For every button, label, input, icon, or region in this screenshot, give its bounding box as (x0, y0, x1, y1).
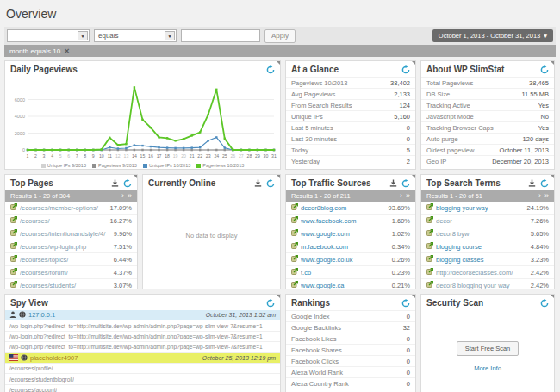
item-link[interactable]: blogging course (436, 243, 528, 251)
spy-page-row: /wp-login.php?redirect_to=http://multisi… (5, 320, 280, 331)
next-page-icon[interactable]: › (538, 192, 541, 200)
item-link[interactable]: decor8 byw (436, 230, 528, 238)
stat-row: Alexa Country Rank0 (286, 377, 415, 389)
stat-value: 124 (399, 102, 410, 109)
apply-button[interactable]: Apply (264, 29, 296, 43)
item-link[interactable]: /ecourses/wp-login.php (20, 243, 111, 251)
download-icon[interactable] (254, 179, 262, 187)
item-link[interactable]: http://decor8eclasses.com/ (436, 269, 528, 277)
stat-label: Last 5 minutes (291, 124, 333, 132)
legend-item: Unique IPs 9/2013 (41, 163, 86, 168)
item-link[interactable]: decor (436, 217, 528, 225)
list-item: www.google.ca0.21% (286, 279, 415, 289)
list-item: http://decor8eclasses.com/2.42% (421, 266, 554, 279)
download-icon[interactable] (111, 179, 119, 187)
stat-value: 32 (403, 324, 410, 332)
item-percentage: 16.27% (110, 217, 132, 225)
active-filter-bar: month equals 10 ✕ (4, 45, 556, 57)
item-link[interactable]: www.google.com (301, 230, 389, 238)
stat-label: Total Pageviews (426, 79, 473, 87)
svg-text:24: 24 (214, 153, 219, 159)
panel-rankings: Rankings Google Index0Google Backlinks32… (285, 294, 416, 392)
external-link-icon (291, 268, 298, 277)
stat-value: 0 (407, 380, 410, 388)
svg-text:19: 19 (173, 153, 178, 159)
item-link[interactable]: decor8 blogging your way (436, 282, 528, 289)
download-icon[interactable] (389, 179, 397, 187)
refresh-icon[interactable] (540, 179, 549, 188)
stat-label: Facebook Shares (291, 346, 342, 354)
stat-label: Tracking Browser Caps (426, 124, 494, 132)
panel-header: Rankings (286, 295, 415, 310)
filter-field-select[interactable]: ▼ (7, 29, 90, 42)
last-page-icon[interactable]: » (128, 192, 132, 200)
panel-header: Daily Pageviews (5, 61, 280, 77)
list-item: blogging your way24.19% (421, 202, 554, 215)
filter-operator-value: equals (95, 32, 119, 40)
refresh-icon[interactable] (401, 299, 410, 308)
item-link[interactable]: www.google.co.uk (301, 256, 389, 264)
stat-row: Google Index0 (286, 310, 415, 321)
svg-text:23: 23 (206, 153, 211, 159)
item-link[interactable]: /ecourses/students/ (20, 282, 111, 289)
item-link[interactable]: /ecourses/intentionandstyle/4/ (20, 230, 111, 238)
item-link[interactable]: www.google.ca (301, 282, 389, 289)
panel-top-traffic-sources: Top Traffic Sources Results 1 - 20 of 21… (285, 174, 416, 289)
refresh-icon[interactable] (540, 299, 549, 308)
visitor-link[interactable]: 127.0.0.1 (28, 311, 55, 319)
item-link[interactable]: /ecourses/forum/ (20, 269, 111, 277)
spy-view-list: 127.0.0.1October 31, 2013 1:52 am/wp-log… (5, 310, 280, 392)
stat-label: From Search Results (291, 102, 352, 109)
stat-row: DB Size11.55 MB (421, 88, 554, 99)
filter-operator-select[interactable]: equals ▼ (94, 29, 177, 42)
next-page-icon[interactable]: › (121, 192, 124, 200)
item-link[interactable]: blogging your way (436, 204, 525, 212)
refresh-icon[interactable] (266, 299, 275, 308)
spy-page-row: /ecourses/account/ (5, 385, 280, 392)
item-link[interactable]: /ecourses/ (20, 217, 108, 225)
refresh-icon[interactable] (401, 179, 410, 188)
spy-page-row: /ecourses/profile/ (5, 364, 280, 374)
list-item: decor8blog.com93.69% (286, 202, 415, 215)
external-link-icon (426, 268, 433, 277)
stat-row: Alexa Popularity0 (286, 389, 415, 392)
stat-row: Google Backlinks32 (286, 321, 415, 333)
last-page-icon[interactable]: » (544, 192, 549, 200)
start-free-scan-button[interactable]: Start Free Scan (457, 341, 520, 356)
refresh-icon[interactable] (266, 179, 275, 188)
item-link[interactable]: m.facebook.com (301, 243, 389, 251)
stat-label: Google Index (291, 313, 330, 320)
item-link[interactable]: blogging classes (436, 256, 528, 264)
stat-row: Auto purge120 days (421, 133, 554, 144)
list-item: www.facebook.com1.60% (286, 215, 415, 227)
remove-filter-icon[interactable]: ✕ (64, 47, 70, 55)
item-link[interactable]: t.co (301, 269, 389, 277)
item-link[interactable]: decor8blog.com (301, 204, 386, 212)
panel-title: Spy View (10, 298, 48, 308)
svg-text:6000: 6000 (15, 97, 25, 103)
list-item: www.google.com1.02% (286, 227, 415, 240)
refresh-icon[interactable] (123, 179, 132, 188)
item-link[interactable]: www.facebook.com (301, 217, 389, 225)
svg-text:30: 30 (264, 153, 269, 159)
visitor-link[interactable]: placeholder4907 (30, 354, 78, 362)
list-item: /ecourses/forum/4.37% (5, 266, 137, 279)
filter-value-input[interactable] (181, 29, 260, 42)
last-page-icon[interactable]: » (406, 192, 410, 200)
download-icon[interactable] (528, 179, 536, 187)
refresh-icon[interactable] (266, 65, 275, 74)
more-info-link[interactable]: More Info (421, 364, 554, 372)
stat-row: Unique IPs5,160 (286, 110, 415, 121)
item-link[interactable]: /ecourses/topics/ (20, 256, 111, 264)
refresh-icon[interactable] (401, 65, 410, 74)
refresh-icon[interactable] (540, 65, 549, 74)
stat-value: 0 (407, 369, 410, 376)
item-percentage: 0.23% (392, 269, 410, 277)
visited-url: /wp-login.php?redirect_to=http://multisi… (9, 323, 263, 329)
date-range-button[interactable]: October 1, 2013 - October 31, 2013 ▾ (432, 29, 553, 42)
next-page-icon[interactable]: › (400, 192, 402, 200)
item-link[interactable]: /ecourses/member-options/ (20, 204, 108, 212)
svg-text:11: 11 (108, 153, 112, 159)
external-link-icon (10, 229, 17, 238)
visited-url: /wp-login.php?redirect_to=http://multisi… (9, 344, 263, 350)
